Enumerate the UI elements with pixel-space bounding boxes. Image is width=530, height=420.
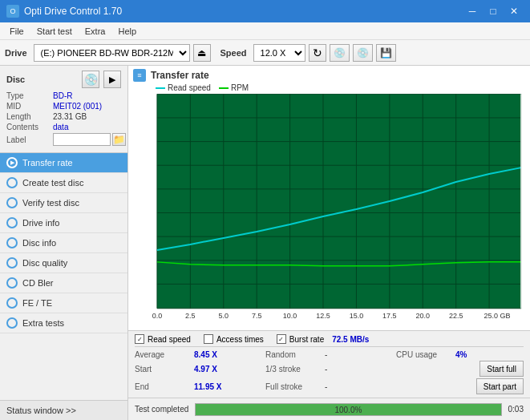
legend-burst-rate-check: ✓ Burst rate 72.5 MB/s bbox=[277, 334, 370, 344]
progress-percent: 100.0% bbox=[334, 405, 362, 414]
legend-rpm-color bbox=[219, 87, 229, 89]
legend-read-speed: Read speed bbox=[156, 83, 211, 92]
contents-label: Contents bbox=[6, 123, 53, 131]
sidebar-item-disc-info[interactable]: Disc info bbox=[0, 233, 127, 253]
contents-value: data bbox=[53, 123, 68, 131]
start-full-button[interactable]: Start full bbox=[479, 361, 524, 377]
main-content: Disc 💿 ▶ Type BD-R MID MEIT02 (001) Leng… bbox=[0, 66, 530, 420]
chart-icon: ≡ bbox=[133, 69, 146, 82]
status-window-label: Status window >> bbox=[6, 406, 76, 415]
start-part-container: Start part bbox=[396, 378, 524, 394]
svg-text:12 X: 12 X bbox=[139, 163, 153, 171]
stat-row-start: Start 4.97 X bbox=[135, 365, 262, 374]
legend-read-speed-color bbox=[156, 87, 165, 89]
svg-text:20.0: 20.0 bbox=[416, 312, 430, 320]
svg-text:6 X: 6 X bbox=[143, 234, 153, 242]
legend-access-times-check: Access times bbox=[204, 334, 264, 344]
start-part-button[interactable]: Start part bbox=[476, 378, 524, 394]
svg-text:4 X: 4 X bbox=[143, 258, 153, 266]
sidebar-item-transfer-rate[interactable]: ▶ Transfer rate bbox=[0, 153, 127, 173]
length-label: Length bbox=[6, 112, 53, 121]
svg-text:18 X: 18 X bbox=[139, 94, 153, 99]
stat-row-full-stroke: Full stroke - bbox=[265, 382, 393, 391]
disc-action-btn[interactable]: ▶ bbox=[103, 71, 121, 88]
toolbar: Drive (E:) PIONEER BD-RW BDR-212M 1.01 S… bbox=[0, 40, 530, 66]
svg-text:22.5: 22.5 bbox=[449, 312, 463, 320]
type-value: BD-R bbox=[53, 91, 72, 100]
svg-text:5.0: 5.0 bbox=[219, 312, 229, 320]
read-speed-checkbox[interactable]: ✓ bbox=[135, 334, 144, 344]
refresh-icon bbox=[313, 46, 322, 59]
sidebar-item-create-test-disc[interactable]: Create test disc bbox=[0, 173, 127, 193]
stats-area: ✓ Read speed Access times ✓ Burst rate 7… bbox=[128, 330, 530, 398]
drive-select[interactable]: (E:) PIONEER BD-RW BDR-212M 1.01 bbox=[34, 44, 190, 62]
svg-text:7.5: 7.5 bbox=[252, 312, 261, 320]
maximize-button[interactable]: □ bbox=[483, 4, 503, 18]
label-label: Label bbox=[6, 135, 53, 144]
extra-tests-icon bbox=[6, 317, 18, 329]
chart-icon-symbol: ≡ bbox=[137, 71, 141, 79]
chart-svg-wrapper: 18 X 16 X 14 X 12 X 10 X 8 X 6 X 4 X 2 X… bbox=[133, 94, 525, 330]
transfer-rate-icon: ▶ bbox=[6, 157, 18, 168]
app-icon: O bbox=[6, 5, 19, 18]
status-window-button[interactable]: Status window >> bbox=[0, 400, 127, 420]
legend-read-speed-check: ✓ Read speed bbox=[135, 334, 191, 344]
svg-text:2 X: 2 X bbox=[143, 281, 153, 289]
chart-legend: Read speed RPM bbox=[156, 83, 525, 92]
svg-text:16 X: 16 X bbox=[139, 115, 153, 123]
drive-label: Drive bbox=[5, 48, 27, 58]
sidebar-item-verify-test-disc[interactable]: Verify test disc bbox=[0, 193, 127, 213]
eject-button[interactable] bbox=[193, 44, 211, 62]
chart-container: ≡ Transfer rate Read speed RPM bbox=[128, 66, 530, 330]
disc-button-1[interactable] bbox=[330, 44, 350, 62]
chart-title-bar: ≡ Transfer rate bbox=[133, 69, 525, 82]
create-test-disc-icon bbox=[6, 177, 18, 188]
label-input[interactable] bbox=[53, 133, 111, 146]
refresh-button[interactable] bbox=[309, 44, 326, 62]
menu-help[interactable]: Help bbox=[111, 25, 143, 38]
svg-text:0.0: 0.0 bbox=[152, 312, 162, 320]
sidebar-item-fe-te[interactable]: FE / TE bbox=[0, 293, 127, 313]
stats-grid: Average 8.45 X Random - CPU usage 4% Sta… bbox=[135, 350, 524, 394]
svg-text:15.0: 15.0 bbox=[350, 312, 363, 320]
minimize-button[interactable]: ─ bbox=[463, 4, 482, 18]
svg-rect-0 bbox=[157, 94, 521, 308]
verify-test-disc-icon bbox=[6, 197, 18, 208]
chart-svg: 18 X 16 X 14 X 12 X 10 X 8 X 6 X 4 X 2 X… bbox=[133, 94, 525, 330]
progress-bar: 100.0% bbox=[195, 403, 501, 416]
disc-icon-btn[interactable]: 💿 bbox=[82, 71, 99, 88]
chart-title: Transfer rate bbox=[151, 70, 209, 81]
svg-text:2.5: 2.5 bbox=[185, 312, 195, 320]
save-button[interactable] bbox=[376, 44, 396, 62]
stat-row-average: Average 8.45 X bbox=[135, 350, 262, 359]
svg-text:14 X: 14 X bbox=[139, 139, 153, 147]
disc-button-2[interactable] bbox=[353, 44, 373, 62]
burst-rate-checkbox[interactable]: ✓ bbox=[277, 334, 286, 344]
window-controls: ─ □ ✕ bbox=[463, 4, 524, 18]
menu-extra[interactable]: Extra bbox=[79, 25, 112, 38]
speed-select[interactable]: 12.0 X ↓ bbox=[253, 44, 305, 62]
drive-info-icon bbox=[6, 217, 18, 228]
sidebar-item-drive-info[interactable]: Drive info bbox=[0, 213, 127, 233]
sidebar-item-disc-quality[interactable]: Disc quality bbox=[0, 253, 127, 273]
title-bar: O Opti Drive Control 1.70 ─ □ ✕ bbox=[0, 0, 530, 22]
sidebar-item-extra-tests[interactable]: Extra tests bbox=[0, 313, 127, 333]
length-value: 23.31 GB bbox=[53, 112, 87, 121]
menu-start-test[interactable]: Start test bbox=[30, 25, 79, 38]
menu-bar: File Start test Extra Help bbox=[0, 22, 530, 40]
disc-icon-1 bbox=[334, 47, 346, 59]
svg-text:17.5: 17.5 bbox=[382, 312, 396, 320]
label-browse-btn[interactable]: 📁 bbox=[112, 133, 126, 146]
save-icon bbox=[380, 47, 392, 59]
legend-rpm: RPM bbox=[219, 83, 249, 92]
close-button[interactable]: ✕ bbox=[504, 4, 524, 18]
mid-label: MID bbox=[6, 102, 53, 111]
status-text: Test completed bbox=[135, 405, 188, 414]
sidebar-item-cd-bler[interactable]: CD Bler bbox=[0, 273, 127, 293]
access-times-checkbox[interactable] bbox=[204, 334, 213, 344]
svg-text:8 X: 8 X bbox=[143, 210, 153, 218]
menu-file[interactable]: File bbox=[3, 25, 30, 38]
stats-legend: ✓ Read speed Access times ✓ Burst rate 7… bbox=[135, 334, 524, 347]
type-label: Type bbox=[6, 91, 53, 100]
app-title: Opti Drive Control 1.70 bbox=[24, 6, 122, 17]
